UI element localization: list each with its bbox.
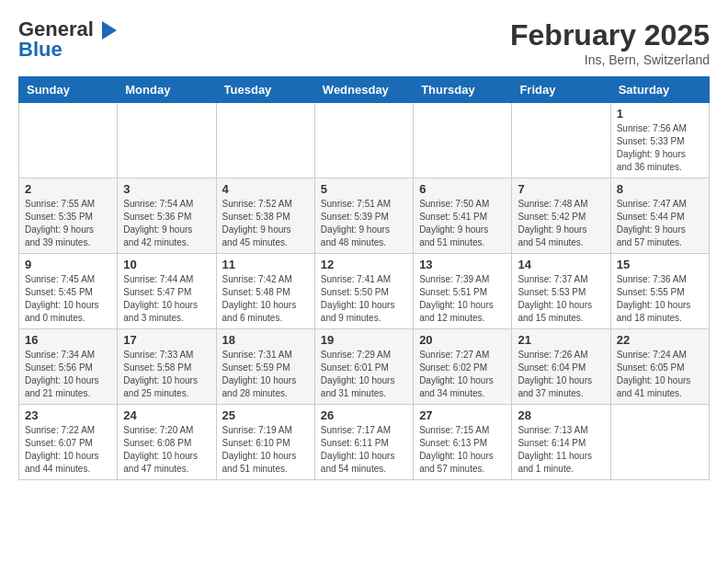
day-info: Sunrise: 7:52 AM Sunset: 5:38 PM Dayligh… (222, 198, 309, 249)
day-number: 8 (617, 182, 703, 196)
day-number: 1 (617, 107, 703, 121)
day-number: 24 (123, 408, 210, 422)
day-number: 18 (222, 333, 309, 347)
day-info: Sunrise: 7:17 AM Sunset: 6:11 PM Dayligh… (321, 424, 407, 476)
day-number: 21 (518, 333, 604, 347)
day-info: Sunrise: 7:13 AM Sunset: 6:14 PM Dayligh… (518, 424, 604, 476)
day-number: 10 (123, 258, 210, 271)
day-info: Sunrise: 7:37 AM Sunset: 5:53 PM Dayligh… (518, 273, 604, 325)
day-info: Sunrise: 7:20 AM Sunset: 6:08 PM Dayligh… (123, 424, 210, 476)
day-info: Sunrise: 7:45 AM Sunset: 5:45 PM Dayligh… (25, 273, 111, 325)
calendar-cell (19, 103, 118, 178)
day-number: 17 (123, 333, 210, 347)
day-number: 22 (617, 333, 703, 347)
calendar-week-row: 16Sunrise: 7:34 AM Sunset: 5:56 PM Dayli… (19, 329, 710, 405)
day-info: Sunrise: 7:41 AM Sunset: 5:50 PM Dayligh… (321, 273, 407, 325)
calendar-cell: 26Sunrise: 7:17 AM Sunset: 6:11 PM Dayli… (314, 405, 413, 480)
day-info: Sunrise: 7:51 AM Sunset: 5:39 PM Dayligh… (321, 198, 407, 249)
calendar-cell: 1Sunrise: 7:56 AM Sunset: 5:33 PM Daylig… (610, 103, 709, 178)
calendar-cell: 3Sunrise: 7:54 AM Sunset: 5:36 PM Daylig… (118, 178, 216, 254)
calendar-title: February 2025 (510, 18, 710, 52)
day-info: Sunrise: 7:54 AM Sunset: 5:36 PM Dayligh… (123, 198, 210, 249)
calendar-cell: 20Sunrise: 7:27 AM Sunset: 6:02 PM Dayli… (414, 329, 512, 405)
logo: General Blue (18, 18, 117, 61)
day-info: Sunrise: 7:31 AM Sunset: 5:59 PM Dayligh… (222, 349, 309, 400)
calendar-cell: 14Sunrise: 7:37 AM Sunset: 5:53 PM Dayli… (512, 254, 610, 329)
calendar-cell: 2Sunrise: 7:55 AM Sunset: 5:35 PM Daylig… (19, 178, 118, 254)
calendar-cell: 25Sunrise: 7:19 AM Sunset: 6:10 PM Dayli… (216, 405, 314, 480)
weekday-header-saturday: Saturday (610, 77, 709, 103)
day-info: Sunrise: 7:42 AM Sunset: 5:48 PM Dayligh… (222, 273, 309, 325)
day-number: 5 (321, 182, 407, 196)
day-number: 23 (25, 408, 111, 422)
weekday-header-sunday: Sunday (19, 77, 118, 103)
logo-line2: Blue (18, 39, 63, 61)
day-info: Sunrise: 7:15 AM Sunset: 6:13 PM Dayligh… (419, 424, 506, 476)
calendar-cell: 10Sunrise: 7:44 AM Sunset: 5:47 PM Dayli… (118, 254, 216, 329)
calendar-cell: 11Sunrise: 7:42 AM Sunset: 5:48 PM Dayli… (216, 254, 314, 329)
calendar-table: SundayMondayTuesdayWednesdayThursdayFrid… (18, 76, 710, 480)
day-info: Sunrise: 7:55 AM Sunset: 5:35 PM Dayligh… (25, 198, 111, 249)
day-info: Sunrise: 7:19 AM Sunset: 6:10 PM Dayligh… (222, 424, 309, 476)
calendar-title-block: February 2025 Ins, Bern, Switzerland (510, 18, 710, 67)
page-header: General Blue February 2025 Ins, Bern, Sw… (18, 18, 710, 67)
calendar-cell: 27Sunrise: 7:15 AM Sunset: 6:13 PM Dayli… (414, 405, 512, 480)
calendar-cell: 18Sunrise: 7:31 AM Sunset: 5:59 PM Dayli… (216, 329, 314, 405)
day-info: Sunrise: 7:29 AM Sunset: 6:01 PM Dayligh… (321, 349, 407, 400)
day-number: 4 (222, 182, 309, 196)
day-info: Sunrise: 7:34 AM Sunset: 5:56 PM Dayligh… (25, 349, 111, 400)
day-info: Sunrise: 7:36 AM Sunset: 5:55 PM Dayligh… (617, 273, 703, 325)
calendar-cell: 9Sunrise: 7:45 AM Sunset: 5:45 PM Daylig… (19, 254, 118, 329)
day-info: Sunrise: 7:48 AM Sunset: 5:42 PM Dayligh… (518, 198, 604, 249)
day-info: Sunrise: 7:47 AM Sunset: 5:44 PM Dayligh… (617, 198, 703, 249)
day-number: 11 (222, 258, 309, 271)
calendar-cell (414, 103, 512, 178)
day-info: Sunrise: 7:26 AM Sunset: 6:04 PM Dayligh… (518, 349, 604, 400)
calendar-cell: 28Sunrise: 7:13 AM Sunset: 6:14 PM Dayli… (512, 405, 610, 480)
calendar-cell: 19Sunrise: 7:29 AM Sunset: 6:01 PM Dayli… (314, 329, 413, 405)
calendar-cell (512, 103, 610, 178)
calendar-week-row: 9Sunrise: 7:45 AM Sunset: 5:45 PM Daylig… (19, 254, 710, 329)
day-number: 28 (518, 408, 604, 422)
calendar-week-row: 23Sunrise: 7:22 AM Sunset: 6:07 PM Dayli… (19, 405, 710, 480)
calendar-cell: 8Sunrise: 7:47 AM Sunset: 5:44 PM Daylig… (610, 178, 709, 254)
day-number: 15 (617, 258, 703, 271)
weekday-header-tuesday: Tuesday (216, 77, 314, 103)
calendar-cell: 22Sunrise: 7:24 AM Sunset: 6:05 PM Dayli… (610, 329, 709, 405)
day-number: 27 (419, 408, 506, 422)
day-number: 3 (123, 182, 210, 196)
calendar-cell: 12Sunrise: 7:41 AM Sunset: 5:50 PM Dayli… (314, 254, 413, 329)
calendar-subtitle: Ins, Bern, Switzerland (510, 52, 710, 67)
weekday-header-thursday: Thursday (414, 77, 512, 103)
calendar-cell: 7Sunrise: 7:48 AM Sunset: 5:42 PM Daylig… (512, 178, 610, 254)
day-number: 19 (321, 333, 407, 347)
calendar-cell: 16Sunrise: 7:34 AM Sunset: 5:56 PM Dayli… (19, 329, 118, 405)
calendar-cell (216, 103, 314, 178)
day-info: Sunrise: 7:56 AM Sunset: 5:33 PM Dayligh… (617, 122, 703, 174)
calendar-cell (118, 103, 216, 178)
day-number: 2 (25, 182, 111, 196)
day-info: Sunrise: 7:44 AM Sunset: 5:47 PM Dayligh… (123, 273, 210, 325)
day-number: 9 (25, 258, 111, 271)
day-number: 6 (419, 182, 506, 196)
calendar-week-row: 1Sunrise: 7:56 AM Sunset: 5:33 PM Daylig… (19, 103, 710, 178)
calendar-cell (610, 405, 709, 480)
calendar-week-row: 2Sunrise: 7:55 AM Sunset: 5:35 PM Daylig… (19, 178, 710, 254)
calendar-header-row: SundayMondayTuesdayWednesdayThursdayFrid… (19, 77, 710, 103)
logo-arrow-icon (102, 21, 117, 40)
weekday-header-wednesday: Wednesday (314, 77, 413, 103)
day-number: 16 (25, 333, 111, 347)
calendar-cell: 17Sunrise: 7:33 AM Sunset: 5:58 PM Dayli… (118, 329, 216, 405)
day-info: Sunrise: 7:27 AM Sunset: 6:02 PM Dayligh… (419, 349, 506, 400)
day-info: Sunrise: 7:24 AM Sunset: 6:05 PM Dayligh… (617, 349, 703, 400)
day-number: 13 (419, 258, 506, 271)
calendar-cell: 6Sunrise: 7:50 AM Sunset: 5:41 PM Daylig… (414, 178, 512, 254)
calendar-cell (314, 103, 413, 178)
day-number: 26 (321, 408, 407, 422)
day-number: 14 (518, 258, 604, 271)
weekday-header-monday: Monday (118, 77, 216, 103)
calendar-cell: 4Sunrise: 7:52 AM Sunset: 5:38 PM Daylig… (216, 178, 314, 254)
calendar-cell: 5Sunrise: 7:51 AM Sunset: 5:39 PM Daylig… (314, 178, 413, 254)
day-info: Sunrise: 7:22 AM Sunset: 6:07 PM Dayligh… (25, 424, 111, 476)
day-number: 7 (518, 182, 604, 196)
